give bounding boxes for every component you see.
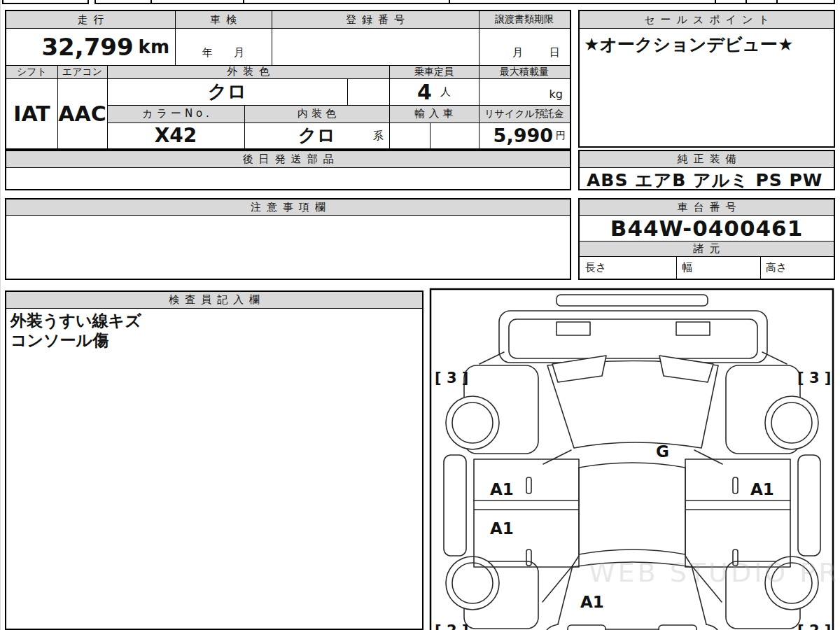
aircon-header: エアコン [57,65,107,78]
exterior-color-header: 外装色 [107,65,389,78]
spec-width-label: 幅 [676,256,760,279]
door-front-right-damage-label: A1 [750,480,774,498]
caution-content [6,215,570,279]
table-edge-tick [776,0,778,4]
inspector-header: 検査員記入欄 [6,292,422,308]
grille-left [556,322,590,335]
color-no-header: カラーNo. [107,105,244,122]
later-parts-box: 後日発送部品 [5,150,571,190]
transfer-deadline-value: 月 日 [479,28,570,65]
corner-marker-front-left: [ 3 ] [435,370,468,386]
corner-marker-rear-right: [ 2 ] [797,622,831,630]
mileage-value: 32,799 km [6,28,175,65]
wheel-front-right [765,396,818,449]
registration-header: 登録番号 [272,11,479,28]
vehicle-data-table: 走行 車検 登録番号 譲渡書類期限 32,799 km 年 月 月 日 シフト … [5,10,571,150]
shift-value: IAT [6,78,57,148]
registration-value [272,28,479,65]
glass-damage-label: G [656,442,669,461]
spec-height-label: 高さ [760,256,834,279]
caution-box: 注意事項欄 [5,198,571,280]
max-load-value: kg [479,78,570,105]
auction-sheet: 走行 車検 登録番号 譲渡書類期限 32,799 km 年 月 月 日 シフト … [0,0,840,630]
car-damage-diagram: WEB STUDIO PRO [ 3 ] [ 3 ] [ 2 ] [ 2 ] G… [429,287,835,630]
wheel-rear-left [446,556,499,610]
shift-header: シフト [6,65,57,78]
recycle-deposit-value: 5,990 円 [479,122,570,148]
door-front-left-damage-label: A1 [490,480,514,498]
equipment-box: 純正装備 ABS エアB アルミ PS PW [578,150,835,190]
later-parts-content [6,167,570,189]
import-car-header: 輸入車 [389,105,479,122]
inspector-note-line: 外装うすい線キズ [10,310,141,332]
recycle-deposit-header: リサイクル預託金 [479,105,570,122]
corner-marker-front-right: [ 3 ] [797,370,831,386]
chassis-box: 車台番号 B44W-0400461 諸元 長さ 幅 高さ [578,198,835,280]
door-rear-left-damage-label: A1 [490,519,514,538]
specs-header: 諸元 [580,241,834,256]
exterior-color-value: クロ [107,78,347,105]
rear-bumper-step-right [659,625,696,630]
sales-point-header: セールスポイント [580,11,834,28]
watermark: WEB STUDIO PRO [589,557,835,588]
rear-bumper-step-left [568,625,606,630]
transfer-deadline-header: 譲渡書類期限 [479,11,570,28]
table-edge-tick [94,0,96,4]
color-no-value: X42 [107,122,244,148]
grille-right [676,322,710,335]
corner-marker-rear-left: [ 2 ] [435,622,468,630]
sales-point-box: セールスポイント ★オークションデビュー★ [578,10,835,148]
inspector-note-line: コンソール傷 [10,330,108,351]
table-edge-tick [243,0,244,4]
shaken-header: 車検 [175,11,272,28]
sales-point-text: ★オークションデビュー★ [584,33,794,56]
interior-color-header: 内装色 [244,105,389,122]
rear-gate-damage-label: A1 [580,593,604,611]
aircon-value: AAC [57,78,107,148]
spec-length-label: 長さ [580,256,676,279]
interior-color-value: クロ 系 [244,122,389,148]
chassis-value: B44W-0400461 [580,215,834,241]
table-edge-tick [88,0,89,4]
table-edge-tick [2,0,4,4]
table-edge-tick [715,0,716,4]
capacity-header: 乗車定員 [389,65,479,78]
mileage-header: 走行 [6,11,175,28]
capacity-value: 4 人 [389,78,479,105]
shaken-value: 年 月 [175,28,272,65]
equipment-text: ABS エアB アルミ PS PW [587,169,822,192]
table-edge-tick [746,0,747,4]
wheel-front-left [446,396,499,449]
import-car-value [389,122,479,148]
chassis-header: 車台番号 [580,200,834,215]
table-edge-tick [150,0,152,4]
caution-header: 注意事項欄 [6,200,570,215]
table-edge-tick [834,0,835,4]
table-edge-tick [449,0,450,4]
max-load-header: 最大積載量 [479,65,570,78]
equipment-header: 純正装備 [580,151,834,167]
inspector-box: 検査員記入欄 外装うすい線キズ コンソール傷 [5,290,424,630]
later-parts-header: 後日発送部品 [6,151,570,167]
